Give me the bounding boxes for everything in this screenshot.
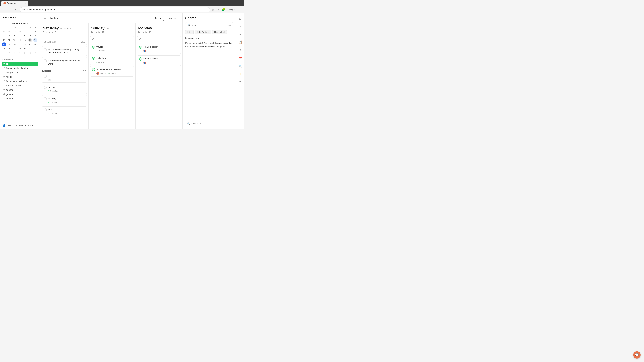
cal-day[interactable]: 30 [18,29,22,33]
cal-next-button[interactable]: › [36,22,38,25]
search-bottom-icon[interactable]: 🔍 [238,63,243,68]
menu-icon[interactable]: ⋮ [238,7,242,12]
sidebar-item-general1[interactable]: #general [2,88,38,92]
col-action-plan[interactable]: Plan [106,28,110,30]
cal-day[interactable]: 7 [33,51,37,55]
task-card[interactable]: create a design 👤 [137,43,181,54]
cal-day[interactable]: 14 [18,38,22,42]
cal-day[interactable]: 28 [18,47,22,51]
task-checkbox[interactable] [44,86,47,89]
cal-day[interactable]: 1 [23,29,27,33]
task-card[interactable]: Use the command bar (Ctrl + K) to activa… [42,46,87,56]
cal-day[interactable]: 21 [18,42,22,46]
task-checkbox[interactable] [139,45,142,49]
sidebar-item-designers[interactable]: #Designers-one [2,70,38,75]
envelope-icon[interactable]: ✉ [238,24,242,29]
cal-day[interactable]: 4 [2,34,6,38]
task-checkbox[interactable] [44,59,47,62]
cal-day[interactable]: 18 [2,42,6,46]
tab-calendar[interactable]: Calendar [164,16,179,21]
filter-filter-button[interactable]: Filter [185,30,194,34]
cal-day[interactable]: 29 [12,29,16,33]
filter-date-button[interactable]: Date: Anytime [195,30,211,34]
task-checkbox[interactable] [92,68,95,71]
task-checkbox[interactable] [92,57,95,60]
calendar2-icon[interactable]: 📅 [238,55,243,61]
task-card[interactable]: tasks here #general [90,55,134,65]
cal-day[interactable]: 29 [23,47,27,51]
back-button[interactable]: ← [2,7,7,12]
add-task-row[interactable]: ⊕ [90,36,134,42]
cal-day[interactable]: 25 [2,47,6,51]
cal-day[interactable]: 12 [7,38,11,42]
today-button[interactable]: Today [48,16,59,21]
cal-day[interactable]: 2 [7,51,11,55]
col-action-focus[interactable]: Focus [60,28,66,30]
cal-day[interactable]: 27 [2,29,6,33]
grid-icon[interactable]: ⊞ [238,16,242,21]
bookmark-icon[interactable]: ☆ [211,7,215,12]
task-checkbox[interactable] [139,57,142,60]
cal-day[interactable]: 30 [28,47,32,51]
extensions-icon[interactable]: 🧩 [221,7,226,12]
cal-day[interactable]: 13 [12,38,16,42]
sidebar-item-sunsama[interactable]: #Sunsama Tasks [2,83,38,88]
sync-icon[interactable]: ⟳ [238,32,242,37]
search-input[interactable] [192,24,226,26]
cal-day[interactable]: 26 [7,47,11,51]
cal-day[interactable]: 15 [23,38,27,42]
cal-day[interactable]: 28 [7,29,11,33]
add-task-row[interactable]: ⊕Add task0:55 [42,39,87,45]
notebook-icon[interactable]: 📋 [238,40,243,45]
cal-day[interactable]: 24 [33,42,37,46]
cal-day[interactable]: 3 [33,29,37,33]
sidebar-item-general3[interactable]: #general [2,96,38,101]
task-card[interactable]: tasks #Cross-fu... [42,106,87,116]
task-card[interactable]: create a design 👤 [137,55,181,66]
cal-day[interactable]: 16 [28,38,32,42]
task-card[interactable]: travels #Cross-fu... [90,43,134,53]
cal-day[interactable]: 2 [28,29,32,33]
task-checkbox[interactable] [44,108,47,111]
refresh-button[interactable]: ↻ [14,7,18,12]
forward-button[interactable]: → [8,7,13,12]
cal-day[interactable]: 4 [18,51,22,55]
task-card[interactable]: Schedule kickoff meeting 👤Dec 20#Cross-f… [90,66,134,77]
cal-day[interactable]: 5 [7,34,11,38]
cal-day[interactable]: 3 [12,51,16,55]
task-checkbox[interactable] [44,75,47,78]
task-checkbox[interactable] [44,97,47,100]
cal-day[interactable]: 20 [12,42,16,46]
sidebar-item-cross[interactable]: #Cross-functional projec... [2,66,38,70]
task-card[interactable]: 1 [42,73,87,83]
cal-prev-button[interactable]: ‹ [2,22,4,25]
new-tab-button[interactable]: + [29,1,33,5]
lightning-icon[interactable]: ⚡ [238,71,243,76]
task-card[interactable]: Create recurring tasks for routine work [42,57,87,67]
col-action-plan[interactable]: Plan [67,28,71,30]
sidebar-item-our[interactable]: #Our designers channel [2,79,38,83]
cal-day[interactable]: 6 [12,34,16,38]
filter-channel-button[interactable]: Channel: all [212,30,226,34]
cal-day[interactable]: 6 [28,51,32,55]
sidebar-item-general2[interactable]: #general [2,92,38,96]
task-card[interactable]: editing #Cross-fu... [42,84,87,94]
address-bar[interactable]: app.sunsama.com/group/moodjoy [20,7,210,12]
cal-day[interactable]: 19 [7,42,11,46]
add-task-row[interactable]: ⊕ [137,36,181,42]
cal-day[interactable]: 23 [28,42,32,46]
task-checkbox[interactable] [92,45,95,49]
cal-day[interactable]: 11 [2,38,6,42]
tab-close-icon[interactable]: ✕ [24,2,26,4]
clock-icon[interactable]: ◷ [238,48,242,53]
download-icon[interactable]: ⬇ [216,7,220,12]
tab-tasks[interactable]: Tasks [152,16,164,21]
active-tab[interactable]: Sunsama ✕ [1,0,28,5]
cal-day[interactable]: 8 [23,34,27,38]
sidebar-item-all[interactable]: #all [2,61,38,66]
sidebar-item-middle[interactable]: #Middle [2,75,38,79]
cal-day[interactable]: 31 [33,47,37,51]
search-reset-button[interactable]: reset [227,24,231,26]
cal-day[interactable]: 5 [23,51,27,55]
cal-day[interactable]: 1 [2,51,6,55]
